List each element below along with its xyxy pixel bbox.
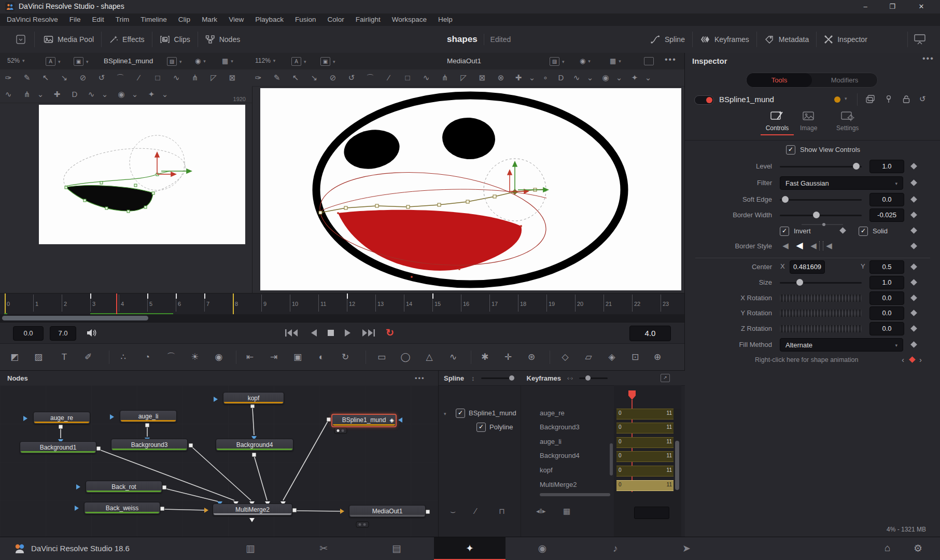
keyframes-track-bar-MultiMerge2[interactable]: 011 [616, 480, 674, 491]
polygon-tool-icon[interactable]: △ [422, 349, 437, 365]
right-viewer-roi-select[interactable]: ▨▾ [550, 57, 565, 66]
left-viewer-tool-3-icon[interactable]: ↘ [58, 70, 71, 86]
versions-icon[interactable] [865, 94, 876, 104]
pemitter-tool-icon[interactable]: ✱ [477, 349, 493, 365]
audio-mute-icon[interactable] [86, 328, 97, 338]
render-range-start-marker[interactable] [5, 293, 6, 315]
y-rotation-thumbwheel[interactable] [780, 310, 862, 317]
border-style-flat-button[interactable]: ◀ [780, 241, 791, 250]
node-tile-color-dot[interactable] [834, 96, 840, 103]
background-tool-icon[interactable]: ◩ [7, 349, 22, 365]
panel-keyframes-button[interactable]: Keyframes [693, 26, 756, 53]
border-width-keyframe-icon[interactable] [910, 212, 917, 218]
page-media-button[interactable]: ▥ [240, 541, 261, 556]
z-rotation-value[interactable]: 0.0 [869, 322, 904, 335]
left-viewer-tool-4-icon[interactable]: ⊘ [76, 70, 90, 86]
stretch-keyframes-icon[interactable]: ◂‖▸ [536, 507, 545, 515]
left-viewer-row2-tool-7-icon[interactable]: ◉ [115, 87, 128, 102]
right-viewer-tool-7-icon[interactable]: ∕ [382, 70, 396, 86]
render-3d-tool-icon[interactable]: ⊕ [650, 349, 665, 365]
paint-tool-icon[interactable]: ✐ [80, 349, 96, 365]
size-slider[interactable] [780, 282, 862, 284]
left-viewer-row2-tool-2-icon[interactable]: ⌄ [34, 87, 47, 102]
left-viewer-tool-9-icon[interactable]: ∿ [170, 70, 183, 86]
left-viewer-tool-11-icon[interactable]: ◸ [207, 70, 220, 86]
fastnoise-tool-icon[interactable]: ▨ [31, 349, 46, 365]
tab-tools[interactable]: Tools [747, 73, 812, 87]
size-keyframe-icon[interactable] [910, 279, 917, 286]
go-to-end-button[interactable] [361, 328, 376, 338]
right-viewer-extra-tool-6-icon[interactable]: ⌄ [583, 70, 597, 86]
right-viewer-tool-12-icon[interactable]: ⊠ [475, 70, 489, 86]
bspline-tool-icon[interactable]: ∿ [445, 349, 461, 365]
smooth-spline-icon[interactable]: ⌣ [450, 507, 456, 517]
left-viewer-row2-tool-8-icon[interactable]: ⌄ [128, 87, 142, 102]
ui-layout-toggle[interactable] [16, 26, 26, 53]
right-viewer-extra-tool-5-icon[interactable]: ∿ [570, 70, 583, 86]
right-viewer-channel-select[interactable]: A▾ [291, 57, 306, 66]
names-hscrollbar[interactable] [540, 493, 610, 496]
keyframes-track-name-Background3[interactable]: Background3 [540, 423, 580, 431]
right-viewer-extra-tool-10-icon[interactable]: ⌄ [641, 70, 655, 86]
left-viewer-tool-2-icon[interactable]: ↖ [39, 70, 52, 86]
center-keyframe-icon[interactable] [910, 263, 917, 270]
panel-media-pool-button[interactable]: Media Pool [36, 26, 101, 53]
x-rotation-keyframe-icon[interactable] [910, 295, 917, 301]
page-color-button[interactable]: ◉ [532, 541, 553, 556]
matte-control-tool-icon[interactable]: ◐ [314, 349, 329, 365]
dual-monitor-icon[interactable] [914, 34, 926, 45]
saver-tool-icon[interactable]: ⇥ [266, 349, 282, 365]
menu-clip[interactable]: Clip [173, 13, 196, 26]
right-viewer-tool-2-icon[interactable]: ↖ [289, 70, 302, 86]
left-viewer-row2-tool-1-icon[interactable]: ⋔ [20, 87, 34, 102]
timeline-playhead[interactable] [116, 293, 117, 315]
linear-spline-icon[interactable]: ∕ [475, 507, 476, 516]
timeline-scrollbar-thumb[interactable] [2, 316, 148, 320]
color-curves-tool-icon[interactable]: ◔ [139, 349, 155, 365]
node-auge_li[interactable]: auge_li [120, 410, 177, 423]
right-viewer-zoom-select[interactable]: 112%▾ [255, 57, 275, 64]
blur-tool-icon[interactable]: ◉ [211, 349, 227, 365]
right-viewer-canvas[interactable] [260, 88, 681, 290]
keyframes-track-bar-auge_li[interactable]: 011 [616, 437, 674, 448]
menu-mark[interactable]: Mark [196, 13, 223, 26]
reset-icon[interactable]: ↺ [919, 94, 926, 104]
border-width-slider-knob[interactable] [813, 212, 820, 218]
border-style-round-button[interactable]: ◀ [794, 240, 805, 251]
prender-tool-icon[interactable]: ⊛ [524, 349, 539, 365]
invert-keyframe-icon[interactable] [839, 227, 846, 234]
render-range-end-marker[interactable] [233, 293, 234, 315]
lock-icon[interactable] [902, 94, 911, 104]
prev-keyframe-icon[interactable]: ‹ [902, 355, 904, 364]
menu-color[interactable]: Color [321, 13, 349, 26]
subtab-controls[interactable]: Controls [761, 110, 794, 135]
right-viewer-tool-8-icon[interactable]: □ [401, 70, 414, 86]
soft-edge-value[interactable]: 0.0 [869, 193, 904, 206]
loader-tool-icon[interactable]: ⇤ [242, 349, 258, 365]
menu-view[interactable]: View [223, 13, 249, 26]
level-slider-knob[interactable] [853, 163, 860, 170]
panel-effects-button[interactable]: Effects [102, 26, 152, 53]
keyframes-track-bar-Background4[interactable]: 011 [616, 451, 674, 462]
left-viewer-tool-1-icon[interactable]: ✎ [20, 70, 34, 86]
left-viewer-guides-select[interactable]: ▦▾ [222, 57, 233, 65]
page-fairlight-button[interactable]: ♪ [605, 541, 626, 556]
y-rotation-keyframe-icon[interactable] [910, 310, 917, 316]
node-kopf[interactable]: kopf [223, 392, 284, 404]
play-button[interactable] [343, 328, 352, 338]
go-to-start-button[interactable] [284, 328, 299, 338]
step-spline-icon[interactable]: ⊓ [499, 507, 505, 516]
right-viewer-extra-tool-2-icon[interactable]: ⌄ [525, 70, 539, 86]
left-viewer-row2-tool-3-icon[interactable]: ✚ [50, 87, 64, 102]
right-viewer-tool-6-icon[interactable]: ⌒ [363, 70, 377, 86]
subtab-image[interactable]: Image [800, 110, 817, 132]
menu-fusion[interactable]: Fusion [289, 13, 322, 26]
node-BSpline1_mund[interactable]: BSpline1_mund◈ [331, 414, 397, 427]
page-cut-button[interactable]: ✂ [313, 541, 334, 556]
solid-keyframe-icon[interactable] [910, 227, 917, 234]
menu-edit[interactable]: Edit [87, 13, 110, 26]
keyframes-track-name-auge_re[interactable]: auge_re [540, 409, 565, 417]
left-viewer-row2-tool-6-icon[interactable]: ⌄ [98, 87, 111, 102]
page-deliver-button[interactable]: ➤ [676, 541, 697, 556]
node-enable-toggle[interactable] [694, 95, 714, 105]
